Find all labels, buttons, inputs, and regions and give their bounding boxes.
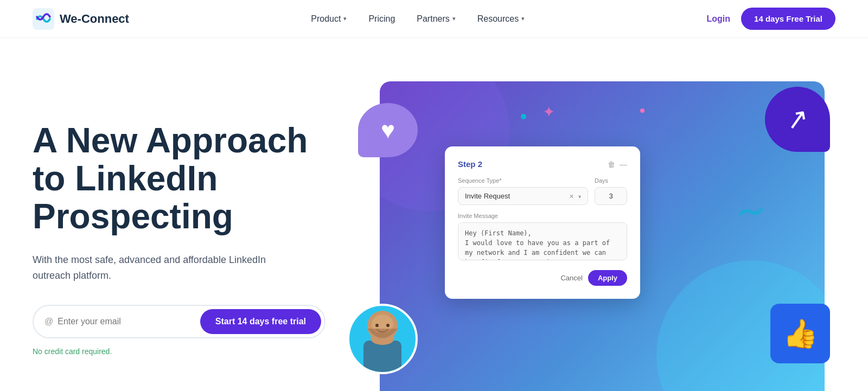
apply-button[interactable]: Apply [588, 270, 627, 286]
svg-point-5 [375, 324, 379, 327]
chevron-down-icon: ▾ [343, 15, 347, 22]
avatar-bubble [347, 304, 418, 374]
teal-dot [521, 114, 526, 119]
clear-icon: ✕ [569, 193, 574, 200]
svg-rect-3 [363, 341, 401, 372]
days-label: Days [595, 177, 627, 184]
hero-section: A New Approach to LinkedIn Prospecting W… [0, 38, 868, 391]
email-form: @ Start 14 days free trial [33, 305, 326, 338]
navbar: We-Connect Product ▾ Pricing Partners ▾ … [0, 0, 868, 38]
thumbs-up-bubble: 👍 [770, 304, 830, 363]
sparkle-icon: ✦ [542, 103, 555, 121]
hero-subtitle: With the most safe, advanced and afforda… [33, 252, 293, 284]
svg-point-6 [386, 324, 390, 327]
trend-up-icon: ↗ [783, 102, 811, 137]
cancel-button[interactable]: Cancel [560, 274, 582, 282]
message-label: Invite Message [458, 213, 627, 219]
nav-links: Product ▾ Pricing Partners ▾ Resources ▾ [311, 14, 525, 24]
step-card-title: Step 2 [458, 159, 482, 169]
chevron-down-icon: ▾ [521, 15, 525, 22]
days-value: 3 [595, 187, 627, 205]
logo[interactable]: We-Connect [33, 8, 129, 30]
heart-icon: ♥ [381, 117, 395, 144]
hero-illustration: ♥ ↗ 👍 [347, 70, 835, 391]
nav-right: Login 14 days Free Trial [707, 8, 835, 30]
minimize-icon[interactable]: — [620, 160, 627, 169]
sequence-label: Sequence Type* [458, 177, 588, 184]
hero-left: A New Approach to LinkedIn Prospecting W… [33, 121, 347, 356]
chevron-down-icon: ▾ [578, 194, 581, 200]
nav-partners[interactable]: Partners ▾ [417, 14, 455, 24]
hero-title: A New Approach to LinkedIn Prospecting [33, 121, 326, 236]
logo-icon [33, 8, 54, 30]
thumbs-up-icon: 👍 [783, 317, 818, 350]
step-card: Step 2 🗑 — Sequence Type* Invite Request… [445, 146, 640, 299]
person-avatar [350, 304, 415, 372]
at-symbol: @ [44, 317, 53, 326]
trend-bubble: ↗ [765, 87, 830, 152]
chevron-down-icon: ▾ [452, 15, 456, 22]
heart-bubble: ♥ [358, 103, 418, 157]
login-link[interactable]: Login [707, 14, 731, 24]
trial-button[interactable]: 14 days Free Trial [741, 8, 835, 30]
nav-product[interactable]: Product ▾ [311, 14, 347, 24]
sequence-row: Sequence Type* Invite Request ✕ ▾ Days 3 [458, 177, 627, 205]
message-textarea[interactable] [458, 222, 627, 260]
no-card-label: No credit card required. [33, 347, 326, 356]
cta-button[interactable]: Start 14 days free trial [200, 309, 321, 334]
logo-text: We-Connect [60, 12, 129, 26]
email-input[interactable] [58, 317, 200, 326]
delete-icon[interactable]: 🗑 [608, 160, 615, 169]
sequence-select[interactable]: Invite Request ✕ ▾ [458, 187, 588, 205]
nav-pricing[interactable]: Pricing [368, 14, 395, 24]
nav-resources[interactable]: Resources ▾ [477, 14, 525, 24]
pink-dot [640, 108, 644, 113]
